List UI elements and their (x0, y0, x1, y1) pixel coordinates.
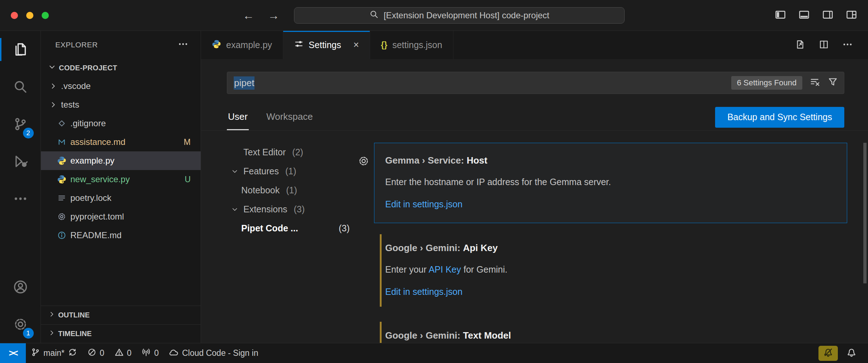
setting-row-gemini-api-key[interactable]: Google › Gemini: Api Key Enter your API … (374, 230, 847, 311)
chevron-down-icon (228, 168, 241, 175)
tab-settings[interactable]: Settings × (283, 31, 370, 59)
branch-status-item[interactable]: main* (26, 343, 82, 363)
additional-views-icon[interactable] (0, 180, 41, 217)
warnings-count: 0 (127, 348, 132, 358)
tree-item-label: poetry.lock (70, 193, 111, 203)
tree-item-label: README.md (70, 230, 122, 240)
tree-item-new-service-py[interactable]: new_service.py U (41, 170, 201, 189)
setting-description: Enter the hostname or IP address for the… (385, 175, 836, 188)
tree-item-vscode[interactable]: .vscode (41, 77, 201, 95)
chevron-down-icon (228, 206, 241, 213)
search-sidebar-icon[interactable] (0, 68, 41, 105)
close-tab-icon[interactable]: × (353, 39, 359, 51)
tree-item-assistance-md[interactable]: assistance.md M (41, 133, 201, 151)
toc-item-text-editor[interactable]: Text Editor (2) (228, 143, 352, 162)
python-file-icon (57, 156, 67, 165)
notifications-muted-warning-item[interactable] (818, 346, 838, 361)
customize-layout-icon[interactable] (845, 9, 858, 22)
tab-settings-json[interactable]: {} settings.json (370, 31, 453, 59)
tree-item-label: new_service.py (70, 174, 130, 184)
settings-toc: Text Editor (2) Features (1) Notebook (1… (201, 131, 359, 343)
settings-scope-header: User Workspace Backup and Sync Settings (201, 104, 868, 131)
manage-gear-icon[interactable]: 1 (0, 306, 41, 343)
toc-item-extensions[interactable]: Extensions (3) (228, 200, 352, 219)
zoom-window-button[interactable] (42, 12, 49, 19)
toc-item-features[interactable]: Features (1) (228, 162, 352, 181)
git-status-badge: M (184, 137, 191, 147)
problems-status-item[interactable]: 0 0 (82, 343, 137, 363)
python-file-icon (212, 39, 221, 51)
filter-icon[interactable] (827, 76, 838, 90)
clear-search-icon[interactable] (809, 76, 820, 90)
tree-item-readme-md[interactable]: README.md (41, 226, 201, 245)
back-button[interactable]: ← (243, 9, 254, 22)
tab-label: settings.json (392, 40, 442, 50)
settings-search-input[interactable]: pipet 6 Settings Found (227, 72, 844, 94)
tab-example-py[interactable]: example.py (201, 31, 283, 59)
timeline-section-header[interactable]: TIMELINE (41, 324, 201, 343)
outline-label: OUTLINE (58, 311, 90, 319)
close-window-button[interactable] (11, 12, 18, 19)
setting-gear-icon[interactable] (358, 155, 369, 168)
tree-item-tests[interactable]: tests (41, 95, 201, 114)
minimize-window-button[interactable] (26, 12, 33, 19)
python-file-icon (57, 175, 67, 184)
toggle-primary-sidebar-icon[interactable] (774, 9, 787, 22)
edit-link-label: Edit in settings.json (385, 199, 462, 209)
history-nav: ← → (243, 0, 279, 31)
chevron-down-icon (48, 63, 56, 73)
split-editor-icon[interactable] (818, 39, 829, 51)
remote-indicator[interactable]: >< (0, 343, 26, 363)
toc-item-notebook[interactable]: Notebook (1) (228, 181, 352, 200)
scope-tabs: User Workspace (227, 104, 314, 130)
toc-count: (1) (286, 185, 297, 195)
toggle-panel-icon[interactable] (798, 9, 811, 22)
command-center-label: [Extension Development Host] code-projec… (384, 10, 550, 20)
explorer-more-actions-icon[interactable] (178, 39, 188, 51)
tree-item-label: assistance.md (70, 137, 125, 147)
config-file-icon (57, 212, 67, 221)
setting-key: Api Key (463, 242, 498, 253)
timeline-label: TIMELINE (58, 330, 92, 338)
folder-section-header[interactable]: CODE-PROJECT (41, 59, 201, 77)
workbench: 2 1 EXPLORER (0, 31, 868, 343)
toc-item-pipet-code[interactable]: Pipet Code ... (3) (228, 219, 352, 238)
tree-item-pyproject-toml[interactable]: pyproject.toml (41, 207, 201, 226)
tree-item-example-py[interactable]: example.py (41, 151, 201, 170)
cloud-code-status-item[interactable]: Cloud Code - Sign in (164, 343, 263, 363)
forward-button[interactable]: → (268, 9, 279, 22)
chevron-right-icon (49, 82, 57, 90)
tree-item-poetry-lock[interactable]: poetry.lock (41, 189, 201, 207)
edit-in-settings-json-link[interactable]: Edit in settings.json (385, 198, 836, 211)
notifications-bell-item[interactable] (841, 343, 862, 363)
more-actions-icon[interactable] (842, 39, 853, 51)
ports-status-item[interactable]: 0 (136, 343, 164, 363)
status-bar: >< main* 0 0 0 (0, 343, 868, 363)
setting-description-text: Enter your (385, 264, 429, 274)
layout-controls (774, 0, 858, 31)
cloud-code-label: Cloud Code - Sign in (182, 348, 258, 358)
toggle-secondary-sidebar-icon[interactable] (821, 9, 834, 22)
scrollbar-thumb[interactable] (863, 143, 867, 283)
tab-strip: example.py Settings × {} settings.json (201, 31, 868, 59)
outline-section-header[interactable]: OUTLINE (41, 306, 201, 324)
open-settings-json-icon[interactable] (795, 39, 806, 51)
api-key-link[interactable]: API Key (429, 264, 461, 274)
scope-tab-workspace[interactable]: Workspace (265, 104, 314, 130)
settings-body: Text Editor (2) Features (1) Notebook (1… (201, 131, 868, 343)
account-icon[interactable] (0, 268, 41, 306)
source-control-icon[interactable]: 2 (0, 105, 41, 143)
setting-row-gemini-text-model[interactable]: Google › Gemini: Text Model (374, 318, 847, 343)
sync-changes-icon[interactable] (68, 348, 77, 359)
tree-item-gitignore[interactable]: .gitignore (41, 114, 201, 133)
setting-row-gemma-service-host[interactable]: Gemma › Service: Host Enter the hostname… (374, 143, 847, 223)
window-controls (11, 12, 49, 19)
command-center[interactable]: [Extension Development Host] code-projec… (294, 7, 625, 24)
backup-sync-settings-button[interactable]: Backup and Sync Settings (715, 107, 844, 128)
run-debug-icon[interactable] (0, 143, 41, 180)
titlebar: ← → [Extension Development Host] code-pr… (0, 0, 868, 31)
edit-in-settings-json-link[interactable]: Edit in settings.json (385, 285, 836, 298)
scope-tab-user[interactable]: User (227, 104, 249, 130)
errors-count: 0 (100, 348, 104, 358)
explorer-icon[interactable] (0, 31, 41, 68)
